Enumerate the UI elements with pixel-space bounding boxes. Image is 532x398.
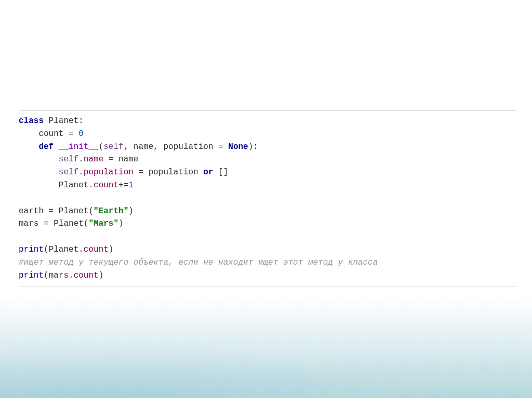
- code-line-9: mars = Planet("Mars"): [19, 217, 516, 230]
- decorative-wave: [0, 305, 532, 398]
- code-line-6: Planet.count+=1: [19, 179, 516, 192]
- code-line-11: print(Planet.count): [19, 243, 516, 256]
- code-line-3: def __init__(self, name, population = No…: [19, 141, 516, 154]
- code-line-13: print(mars.count): [19, 269, 516, 282]
- code-block: class Planet: count = 0 def __init__(sel…: [19, 110, 516, 286]
- code-line-7: [19, 192, 516, 205]
- code-line-4: self.name = name: [19, 153, 516, 166]
- code-line-8: earth = Planet("Earth"): [19, 205, 516, 218]
- code-line-12: #ищет метод у текущего объекта, если не …: [19, 256, 516, 269]
- code-line-10: [19, 230, 516, 243]
- code-line-5: self.population = population or []: [19, 166, 516, 179]
- code-line-2: count = 0: [19, 128, 516, 141]
- code-line-1: class Planet:: [19, 115, 516, 128]
